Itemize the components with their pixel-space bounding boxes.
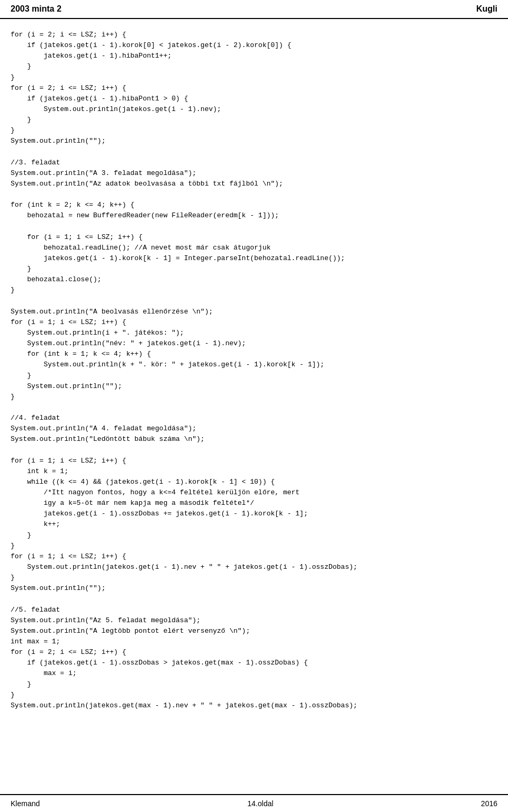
footer-year: 2016 xyxy=(481,799,497,808)
footer-page: 14.oldal xyxy=(248,799,274,808)
code-content-area: for (i = 2; i <= LSZ; i++) { if (jatekos… xyxy=(0,24,508,743)
document-title: 2003 minta 2 xyxy=(11,4,61,14)
document-subtitle: Kugli xyxy=(476,4,497,14)
footer-author: Klemand xyxy=(11,799,40,808)
page-header: 2003 minta 2 Kugli xyxy=(0,0,508,19)
code-block: for (i = 2; i <= LSZ; i++) { if (jatekos… xyxy=(11,30,497,711)
page-footer: Klemand 14.oldal 2016 xyxy=(0,794,508,812)
